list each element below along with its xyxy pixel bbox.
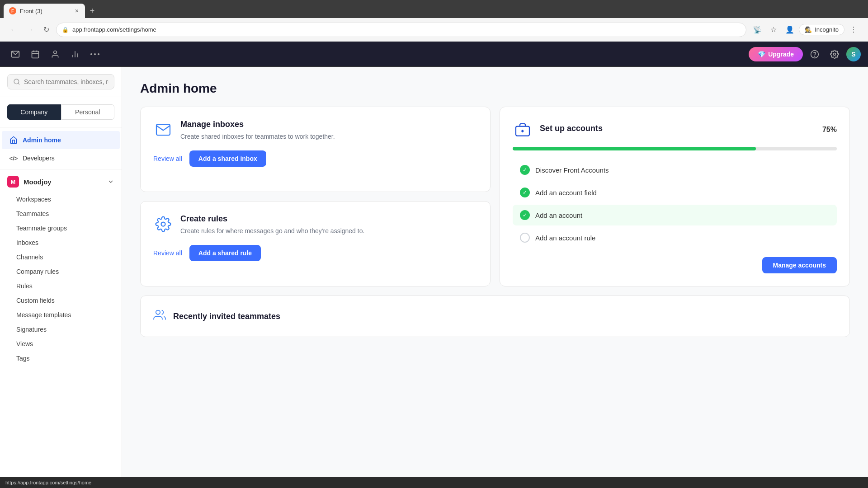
create-rules-icon	[153, 214, 173, 234]
developers-label: Developers	[23, 155, 55, 162]
avatar[interactable]: S	[846, 47, 861, 61]
section-label: Moodjoy	[24, 178, 52, 186]
check-icon-account-rule	[520, 233, 530, 243]
manage-inboxes-review-all[interactable]: Review all	[153, 155, 182, 162]
sidebar-item-tags[interactable]: Tags	[9, 351, 120, 366]
incognito-badge: 🕵 Incognito	[799, 24, 844, 35]
progress-bar-fill	[513, 147, 756, 150]
create-rules-desc: Create rules for where messages go and w…	[180, 226, 364, 236]
personal-toggle[interactable]: Personal	[61, 104, 115, 120]
status-url: https://app.frontapp.com/settings/home	[5, 480, 91, 485]
recently-invited-section: Recently invited teammates	[140, 296, 850, 337]
settings-icon[interactable]	[826, 46, 843, 62]
manage-inboxes-card: Manage inboxes Create shared inboxes for…	[140, 107, 491, 192]
sidebar-item-channels[interactable]: Channels	[9, 250, 120, 264]
moodjoy-icon: M	[7, 176, 19, 188]
help-icon[interactable]	[807, 46, 823, 62]
checklist-item-account-field[interactable]: ✓ Add an account field	[513, 182, 837, 203]
forward-button[interactable]: →	[24, 23, 36, 36]
recently-invited-icon	[153, 309, 166, 324]
back-button[interactable]: ←	[7, 23, 20, 36]
checklist-label-account-rule: Add an account rule	[535, 234, 595, 242]
sidebar-item-company-rules[interactable]: Company rules	[9, 264, 120, 279]
setup-percentage: 75%	[822, 126, 837, 134]
add-shared-inbox-button[interactable]: Add a shared inbox	[189, 150, 266, 167]
browser-tab[interactable]: F Front (3) ×	[4, 4, 85, 18]
new-tab-button[interactable]: +	[85, 4, 99, 18]
svg-line-16	[18, 83, 19, 84]
check-icon-discover: ✓	[520, 165, 530, 175]
manage-inboxes-desc: Create shared inboxes for teammates to w…	[180, 132, 335, 141]
upgrade-button[interactable]: 💎 Upgrade	[749, 47, 803, 61]
manage-inboxes-title: Manage inboxes	[180, 120, 335, 129]
cast-icon[interactable]: 📡	[750, 23, 764, 37]
manage-accounts-button[interactable]: Manage accounts	[762, 257, 837, 273]
refresh-button[interactable]: ↻	[40, 23, 52, 36]
address-bar[interactable]: 🔒 app.frontapp.com/settings/home	[56, 23, 746, 37]
check-icon-add-account: ✓	[520, 210, 530, 220]
company-toggle[interactable]: Company	[7, 104, 61, 120]
checklist-item-account-rule[interactable]: Add an account rule	[513, 227, 837, 248]
manage-inboxes-icon	[153, 120, 173, 140]
upgrade-gem-icon: 💎	[758, 51, 765, 58]
sidebar-item-message-templates[interactable]: Message templates	[9, 308, 120, 322]
sidebar-item-views[interactable]: Views	[9, 337, 120, 351]
bookmark-icon[interactable]: ☆	[766, 23, 781, 37]
sidebar-item-teammate-groups[interactable]: Teammate groups	[9, 221, 120, 235]
upgrade-label: Upgrade	[768, 51, 794, 58]
svg-rect-1	[32, 51, 39, 58]
contacts-icon[interactable]	[47, 46, 63, 62]
search-input[interactable]	[24, 78, 108, 85]
checklist-item-discover[interactable]: ✓ Discover Front Accounts	[513, 160, 837, 180]
svg-point-9	[90, 53, 92, 55]
sidebar-item-workspaces[interactable]: Workspaces	[9, 192, 120, 206]
svg-point-11	[98, 53, 99, 55]
developers-icon: </>	[9, 154, 18, 163]
ssl-lock-icon: 🔒	[62, 27, 69, 33]
checklist-label-account-field: Add an account field	[535, 189, 597, 197]
sidebar-item-rules[interactable]: Rules	[9, 279, 120, 293]
svg-point-15	[14, 79, 19, 84]
checklist-item-add-account[interactable]: ✓ Add an account	[513, 205, 837, 225]
add-shared-rule-button[interactable]: Add a shared rule	[189, 245, 261, 261]
svg-point-14	[834, 53, 836, 55]
checklist: ✓ Discover Front Accounts ✓ Add an accou…	[513, 160, 837, 248]
chart-icon[interactable]	[67, 46, 83, 62]
home-icon	[9, 136, 18, 145]
tab-close-button[interactable]: ×	[74, 6, 80, 15]
calendar-icon[interactable]	[27, 46, 43, 62]
setup-accounts-title: Set up accounts	[540, 124, 603, 133]
chrome-menu-button[interactable]: ⋮	[846, 23, 861, 37]
sidebar-item-admin-home[interactable]: Admin home	[2, 131, 120, 149]
checklist-label-discover: Discover Front Accounts	[535, 166, 609, 174]
sidebar-item-teammates[interactable]: Teammates	[9, 206, 120, 221]
create-rules-card: Create rules Create rules for where mess…	[140, 201, 491, 286]
sidebar-item-developers[interactable]: </> Developers	[2, 149, 120, 167]
setup-accounts-card: Set up accounts 75% ✓ Discover Front Acc…	[500, 107, 850, 286]
admin-home-label: Admin home	[23, 136, 61, 144]
sidebar-item-signatures[interactable]: Signatures	[9, 322, 120, 337]
check-icon-account-field: ✓	[520, 188, 530, 197]
svg-point-20	[161, 222, 165, 226]
chevron-down-icon	[107, 178, 114, 185]
progress-bar	[513, 147, 837, 150]
more-icon[interactable]	[87, 46, 103, 62]
recently-invited-title: Recently invited teammates	[173, 312, 280, 321]
section-header-moodjoy[interactable]: M Moodjoy	[0, 171, 122, 192]
sidebar-item-inboxes[interactable]: Inboxes	[9, 235, 120, 250]
section-items-moodjoy: Workspaces Teammates Teammate groups Inb…	[0, 192, 122, 366]
tab-title: Front (3)	[20, 8, 71, 14]
address-text: app.frontapp.com/settings/home	[72, 26, 156, 33]
incognito-label: Incognito	[815, 26, 839, 33]
checklist-label-add-account: Add an account	[535, 211, 582, 219]
tab-favicon: F	[9, 7, 16, 14]
search-icon	[13, 78, 20, 85]
svg-point-5	[54, 51, 57, 54]
create-rules-review-all[interactable]: Review all	[153, 249, 182, 257]
inbox-icon[interactable]	[7, 46, 24, 62]
sidebar-item-custom-fields[interactable]: Custom fields	[9, 293, 120, 308]
svg-point-21	[156, 310, 160, 314]
profile-icon[interactable]: 👤	[783, 23, 797, 37]
create-rules-title: Create rules	[180, 214, 364, 224]
page-title: Admin home	[140, 81, 850, 96]
